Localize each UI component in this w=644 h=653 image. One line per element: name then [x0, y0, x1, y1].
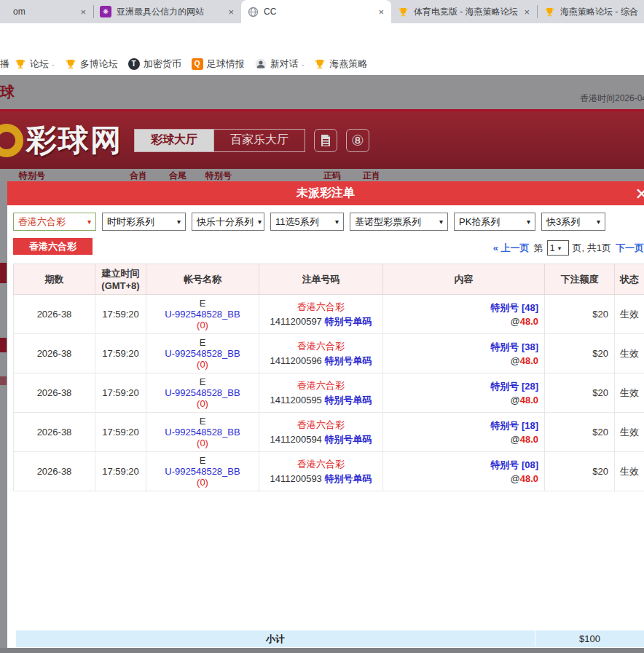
dimmed-category-strip: 特别号 合肖 合尾 特别号 正码 正肖: [0, 169, 644, 181]
status-cell: 生效: [615, 334, 644, 373]
hall-nav: 彩球大厅 百家乐大厅: [134, 129, 305, 152]
lottery-name: 香港六合彩: [259, 301, 382, 314]
bet-row: 2026-38 17:59:20 E U-992548528_BB (0) 香港…: [14, 452, 644, 491]
lottery-name: 香港六合彩: [259, 379, 382, 392]
bookmark-new-chat[interactable]: 新对话 -: [255, 58, 305, 71]
pagination: « 上一页 第 1 ▾ 页, 共1页 下一页: [493, 240, 644, 256]
page-number-select[interactable]: 1 ▾: [547, 240, 569, 256]
account-link[interactable]: U-992548528_BB: [146, 466, 259, 477]
bookmark-haiyan[interactable]: 海燕策略: [314, 58, 367, 71]
odds-value: 48.0: [520, 473, 538, 484]
chevron-down-icon: ▾: [87, 218, 91, 226]
tab-close-icon[interactable]: ×: [227, 7, 235, 17]
filter-select-11x5[interactable]: 11选5系列 ▾: [270, 213, 344, 231]
report-button[interactable]: [314, 129, 337, 152]
eight-ball-button[interactable]: ⑧: [346, 129, 369, 152]
filter-select-k3[interactable]: 快3系列 ▾: [541, 213, 605, 231]
nav-baccarat-hall[interactable]: 百家乐大厅: [213, 130, 305, 151]
ticket-cell: 香港六合彩 1411200597 特别号单码: [259, 295, 383, 334]
time-cell: 17:59:20: [95, 413, 146, 452]
page-edge-fragment: [0, 263, 7, 283]
content-cell: 特别号 [08] @48.0: [383, 452, 545, 491]
browser-tab-1[interactable]: om ×: [0, 0, 93, 23]
eight-ball-icon: ⑧: [351, 133, 364, 148]
ticket-cell: 香港六合彩 1411200596 特别号单码: [259, 334, 383, 373]
prev-page-link[interactable]: « 上一页: [493, 242, 530, 255]
filter-select-pk10[interactable]: PK拾系列 ▾: [454, 213, 535, 231]
dimmed-bottom-strip: [0, 648, 644, 653]
account-link[interactable]: U-992548528_BB: [146, 387, 259, 398]
account-link[interactable]: U-992548528_BB: [146, 348, 259, 359]
ticket-type-link[interactable]: 特别号单码: [324, 434, 372, 445]
col-ticket: 注单号码: [259, 264, 383, 295]
modal-title-text: 未派彩注单: [297, 186, 355, 201]
bookmark-label: 论坛: [30, 58, 49, 71]
tab-close-icon[interactable]: ×: [522, 7, 531, 17]
page-edge-fragment: [0, 376, 7, 385]
bet-content-link[interactable]: 特别号 [18]: [383, 419, 538, 432]
ticket-type-link[interactable]: 特别号单码: [324, 355, 372, 366]
period-cell: 2026-38: [14, 413, 95, 452]
document-icon: [318, 133, 333, 148]
bookmark-suffix: -: [52, 60, 55, 68]
bookmark-suffix: -: [302, 60, 305, 68]
browser-tab-2[interactable]: ❋ 亚洲最具公信力的网站 ×: [94, 0, 241, 23]
browser-tab-4[interactable]: 体育电竞版 - 海燕策略论坛 ×: [391, 0, 537, 23]
col-account: 帐号名称: [146, 264, 259, 295]
close-icon[interactable]: ✕: [635, 185, 644, 204]
bet-content-link[interactable]: 特别号 [38]: [383, 341, 538, 354]
select-value: PK拾系列: [459, 215, 500, 229]
account-link[interactable]: U-992548528_BB: [146, 427, 259, 438]
subtotal-label: 小计: [16, 630, 535, 647]
filter-select-keno[interactable]: 基诺型彩票系列 ▾: [350, 213, 448, 231]
account-count: (0): [146, 438, 259, 448]
bet-content-link[interactable]: 特别号 [28]: [383, 380, 538, 393]
account-cell: E U-992548528_BB (0): [146, 334, 259, 373]
account-link[interactable]: U-992548528_BB: [146, 309, 259, 320]
browser-tab-3-active[interactable]: CC ×: [241, 0, 391, 23]
account-line1: E: [146, 298, 259, 309]
bookmark-football[interactable]: Q 足球情报: [192, 58, 245, 71]
odds-value: 48.0: [520, 316, 538, 327]
globe-icon: [247, 6, 259, 17]
tab-close-icon[interactable]: ×: [79, 7, 87, 17]
bookmarks-bar: 播 论坛 - 多博论坛 T 加密货币 Q 足球情报 新对话 - 海燕策略: [0, 52, 644, 75]
ticket-type-link[interactable]: 特别号单码: [324, 395, 372, 405]
amount-cell: $20: [545, 334, 615, 373]
col-content: 内容: [383, 264, 545, 295]
hk-mark-six-tab-button[interactable]: 香港六合彩: [13, 238, 93, 255]
period-cell: 2026-38: [14, 334, 95, 373]
page-edge-fragment: [0, 338, 7, 352]
bookmark-partial[interactable]: 播: [0, 58, 10, 71]
select-value: 快乐十分系列: [197, 215, 254, 229]
browser-tab-5[interactable]: 海燕策略论坛 - 综合: [538, 0, 644, 23]
tab-close-icon[interactable]: ×: [377, 7, 385, 17]
filter-select-ssc[interactable]: 时时彩系列 ▾: [102, 213, 186, 231]
account-line1: E: [146, 416, 259, 427]
filter-select-klsf[interactable]: 快乐十分系列 ▾: [192, 213, 264, 231]
site-logo[interactable]: 彩球网: [0, 120, 122, 161]
account-line1: E: [146, 337, 259, 348]
bet-content-link[interactable]: 特别号 [08]: [383, 459, 538, 472]
filter-select-hk-mark-six[interactable]: 香港六合彩 ▾: [13, 213, 96, 231]
ticket-type-link[interactable]: 特别号单码: [324, 316, 372, 327]
bookmark-forum[interactable]: 论坛 -: [15, 58, 55, 71]
bet-row: 2026-38 17:59:20 E U-992548528_BB (0) 香港…: [14, 295, 644, 334]
crypto-coin-icon: T: [128, 58, 140, 70]
bookmark-crypto[interactable]: T 加密货币: [128, 58, 181, 71]
ticket-number: 1411200594: [270, 434, 322, 445]
lottery-name: 香港六合彩: [259, 340, 382, 353]
tab-title: 亚洲最具公信力的网站: [117, 6, 222, 18]
ticket-type-link[interactable]: 特别号单码: [324, 473, 372, 484]
next-page-link[interactable]: 下一页: [616, 242, 644, 255]
odds-at: @: [510, 473, 519, 484]
content-cell: 特别号 [18] @48.0: [383, 413, 545, 452]
nav-lottery-hall[interactable]: 彩球大厅: [135, 130, 213, 151]
bet-content-link[interactable]: 特别号 [48]: [383, 301, 538, 314]
trophy-icon: [65, 58, 76, 70]
bookmark-duobo-forum[interactable]: 多博论坛: [65, 58, 118, 71]
time-cell: 17:59:20: [95, 373, 146, 413]
period-cell: 2026-38: [14, 295, 95, 334]
account-cell: E U-992548528_BB (0): [146, 413, 259, 452]
category-label: 合肖: [130, 170, 147, 182]
